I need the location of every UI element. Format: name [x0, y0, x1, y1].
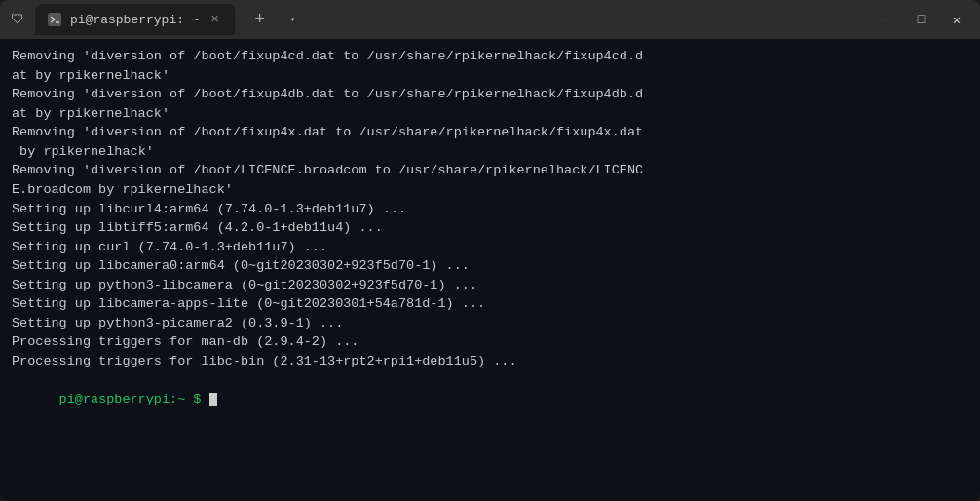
terminal-line: Setting up libcamera-apps-lite (0~git202… [12, 294, 968, 314]
terminal-line: Setting up libcurl4:arm64 (7.74.0-1.3+de… [12, 200, 968, 219]
terminal-line: at by rpikernelhack' [12, 104, 968, 124]
terminal-line: Removing 'diversion of /boot/fixup4db.da… [12, 85, 968, 104]
terminal-line: Setting up python3-picamera2 (0.3.9-1) .… [12, 314, 968, 333]
prompt-text: pi@raspberrypi [59, 392, 170, 406]
titlebar-left: 🛡 pi@raspberrypi: ~ × + ▾ [8, 4, 305, 35]
terminal-tab[interactable]: pi@raspberrypi: ~ × [35, 4, 235, 35]
terminal-line: Setting up libtiff5:arm64 (4.2.0-1+deb11… [12, 218, 968, 238]
tab-close-button[interactable]: × [207, 12, 223, 27]
maximize-button[interactable]: □ [906, 6, 937, 33]
terminal-line: Removing 'diversion of /boot/fixup4cd.da… [12, 47, 968, 66]
terminal-tab-icon [47, 12, 62, 27]
prompt-suffix: :~ $ [170, 392, 201, 406]
terminal-line: Removing 'diversion of /boot/LICENCE.bro… [12, 161, 968, 180]
terminal-line: E.broadcom by rpikernelhack' [12, 180, 968, 200]
tab-label: pi@raspberrypi: ~ [70, 13, 200, 27]
add-tab-button[interactable]: + [246, 6, 274, 33]
terminal-line: Removing 'diversion of /boot/fixup4x.dat… [12, 123, 968, 142]
window-controls: ─ □ ✕ [871, 6, 972, 33]
tab-dropdown-button[interactable]: ▾ [282, 6, 305, 33]
terminal-line: Setting up python3-libcamera (0~git20230… [12, 276, 968, 295]
shield-icon: 🛡 [8, 10, 27, 29]
terminal-line: at by rpikernelhack' [12, 66, 968, 86]
minimize-button[interactable]: ─ [871, 6, 902, 33]
terminal-prompt-line: pi@raspberrypi:~ $ [12, 371, 968, 429]
close-button[interactable]: ✕ [941, 6, 972, 33]
terminal-line: Processing triggers for libc-bin (2.31-1… [12, 352, 968, 371]
terminal-line: Setting up libcamera0:arm64 (0~git202303… [12, 256, 968, 276]
terminal-window: 🛡 pi@raspberrypi: ~ × + ▾ ─ □ ✕ [0, 0, 980, 501]
terminal-line: Processing triggers for man-db (2.9.4-2)… [12, 332, 968, 352]
titlebar: 🛡 pi@raspberrypi: ~ × + ▾ ─ □ ✕ [0, 0, 980, 39]
terminal-line: by rpikernelhack' [12, 142, 968, 162]
cursor [209, 393, 217, 406]
terminal-output[interactable]: Removing 'diversion of /boot/fixup4cd.da… [0, 39, 980, 501]
terminal-line: Setting up curl (7.74.0-1.3+deb11u7) ... [12, 238, 968, 257]
